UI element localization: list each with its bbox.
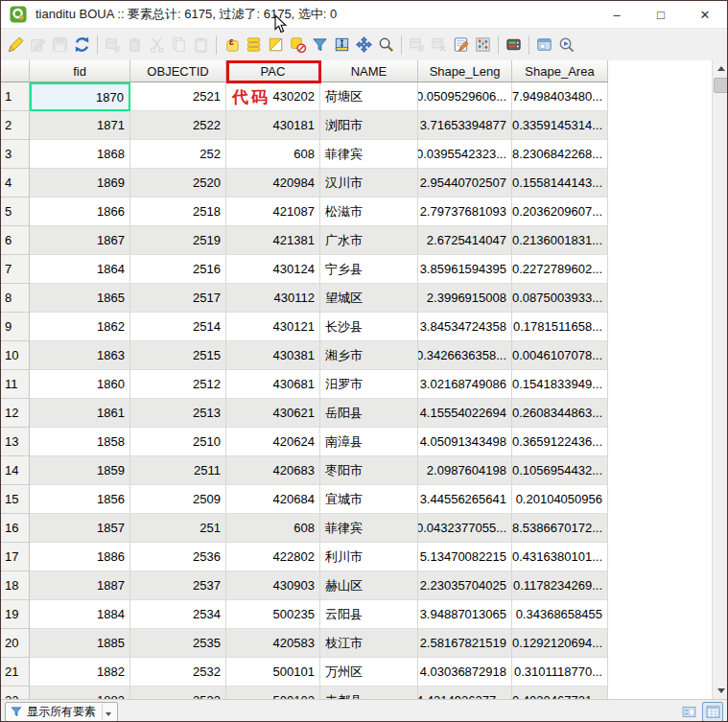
cell-shape-leng[interactable]: 0.0432377055... (418, 514, 512, 543)
cell-name[interactable]: 菲律宾 (320, 140, 418, 169)
table-row[interactable]: 1218612513430621岳阳县4.155540226940.260834… (1, 399, 608, 428)
search-actions-button[interactable] (555, 33, 577, 58)
cell-objectid[interactable]: 2535 (130, 629, 226, 658)
table-row[interactable]: 1918842534500235云阳县3.948870130650.343686… (1, 600, 608, 629)
cell-shape-area[interactable]: 0.3101118770... (512, 658, 608, 687)
row-number[interactable]: 15 (1, 485, 30, 514)
cell-fid[interactable]: 1866 (30, 198, 130, 226)
row-number[interactable]: 1 (1, 82, 30, 111)
table-row[interactable]: 1318582510420624南漳县4.050913434980.365912… (1, 428, 608, 456)
cell-shape-leng[interactable]: 2.95440702507 (418, 169, 512, 198)
cell-name[interactable]: 宁乡县 (320, 255, 418, 284)
column-header-fid[interactable]: fid (30, 60, 130, 82)
cell-pac[interactable]: 430112 (226, 284, 320, 313)
cell-fid[interactable]: 1867 (30, 226, 130, 255)
cell-fid[interactable]: 1871 (30, 111, 130, 140)
row-number[interactable]: 16 (1, 514, 30, 543)
reload-table-button[interactable] (71, 33, 93, 58)
column-header-objectid[interactable]: OBJECTID (130, 60, 226, 82)
zoom-to-selection-button[interactable] (331, 33, 353, 58)
cell-objectid[interactable]: 2534 (130, 600, 226, 629)
cell-fid[interactable]: 1887 (30, 571, 130, 600)
new-field-button[interactable] (406, 33, 428, 58)
cell-shape-leng[interactable]: 2.0987604198 (418, 456, 512, 485)
zoom-map-button[interactable] (375, 33, 397, 58)
table-row[interactable]: 2018852535420583枝江市2.581678215190.129212… (1, 629, 608, 658)
cell-fid[interactable]: 1858 (30, 428, 130, 456)
cell-shape-leng[interactable]: 2.23035704025 (418, 571, 512, 600)
column-header-pac[interactable]: PAC (226, 60, 320, 82)
dock-table-button[interactable] (533, 33, 555, 58)
paste-button[interactable] (190, 33, 212, 58)
cell-objectid[interactable]: 2510 (130, 428, 226, 456)
row-number[interactable]: 14 (1, 456, 30, 485)
row-number[interactable]: 13 (1, 428, 30, 456)
cell-fid[interactable]: 1860 (30, 370, 130, 399)
cell-pac[interactable]: 500235 (226, 600, 320, 629)
cell-name[interactable]: 万州区 (320, 658, 418, 687)
field-calculator-button[interactable] (450, 33, 472, 58)
cell-pac[interactable]: 608 (226, 514, 320, 543)
scroll-up-button[interactable] (713, 60, 728, 77)
delete-field-button[interactable] (428, 33, 450, 58)
maximize-button[interactable]: □ (639, 1, 683, 28)
cell-shape-leng[interactable]: 4.4314936377... (418, 687, 512, 699)
cell-objectid[interactable]: 2522 (130, 111, 226, 140)
save-edits-button[interactable] (49, 33, 71, 58)
cell-shape-area[interactable]: 0.4030467731... (512, 687, 608, 699)
cell-shape-leng[interactable]: 2.79737681093 (418, 198, 512, 226)
cell-name[interactable]: 湘乡市 (320, 341, 418, 370)
cell-name[interactable]: 利川市 (320, 543, 418, 571)
cell-pac[interactable]: 430202 (226, 82, 320, 111)
cell-shape-area[interactable]: 0.4316380101... (512, 543, 608, 571)
cell-pac[interactable]: 430181 (226, 111, 320, 140)
cell-objectid[interactable]: 2532 (130, 658, 226, 687)
cell-name[interactable]: 长沙县 (320, 313, 418, 341)
cell-pac[interactable]: 500101 (226, 658, 320, 687)
cell-shape-leng[interactable]: 3.84534724358 (418, 313, 512, 341)
cell-shape-leng[interactable]: 4.05091343498 (418, 428, 512, 456)
cell-objectid[interactable]: 2536 (130, 543, 226, 571)
scrollbar-thumb[interactable] (714, 78, 728, 93)
cell-pac[interactable]: 430621 (226, 399, 320, 428)
cell-objectid[interactable]: 2521 (130, 82, 226, 111)
filter-dropdown-arrow[interactable] (102, 704, 113, 720)
table-row[interactable]: 118702521430202荷塘区0.0509529606...7.94984… (1, 82, 608, 111)
cell-objectid[interactable]: 2518 (130, 198, 226, 226)
cell-pac[interactable]: 430381 (226, 341, 320, 370)
multi-edit-panel-button[interactable] (503, 33, 525, 58)
cell-name[interactable]: 菲律宾 (320, 514, 418, 543)
multi-edit-button[interactable] (27, 33, 49, 58)
row-number[interactable]: 5 (1, 198, 30, 226)
cell-shape-area[interactable]: 0.3659122436... (512, 428, 608, 456)
cell-objectid[interactable]: 2512 (130, 370, 226, 399)
table-view-button[interactable] (702, 702, 723, 722)
cell-fid[interactable]: 1864 (30, 255, 130, 284)
cell-objectid[interactable]: 2511 (130, 456, 226, 485)
row-number[interactable]: 7 (1, 255, 30, 284)
cell-shape-area[interactable]: 0.2036209607... (512, 198, 608, 226)
table-row[interactable]: 1018632515430381湘乡市0.3426636358...0.0046… (1, 341, 608, 370)
table-row[interactable]: 1118602512430681汨罗市3.021687490860.154183… (1, 370, 608, 399)
cell-pac[interactable]: 420684 (226, 485, 320, 514)
cell-shape-area[interactable]: 0.2272789602... (512, 255, 608, 284)
cell-fid[interactable]: 1859 (30, 456, 130, 485)
cell-shape-leng[interactable]: 3.71653394877 (418, 111, 512, 140)
cell-shape-area[interactable]: 0.0875003933... (512, 284, 608, 313)
scroll-down-button[interactable] (713, 683, 728, 699)
cell-objectid[interactable]: 2516 (130, 255, 226, 284)
cell-shape-leng[interactable]: 0.3426636358... (418, 341, 512, 370)
cell-name[interactable]: 望城区 (320, 284, 418, 313)
row-number[interactable]: 4 (1, 169, 30, 198)
cell-shape-area[interactable]: 0.3359145314... (512, 111, 608, 140)
vertical-scrollbar[interactable] (712, 60, 728, 699)
table-row[interactable]: 2118822532500101万州区4.030368729180.310111… (1, 658, 608, 687)
conditional-formatting-button[interactable] (472, 33, 494, 58)
cell-fid[interactable]: 1885 (30, 629, 130, 658)
cell-name[interactable]: 南漳县 (320, 428, 418, 456)
cell-pac[interactable]: 421381 (226, 226, 320, 255)
cell-pac[interactable]: 422802 (226, 543, 320, 571)
cell-name[interactable]: 枣阳市 (320, 456, 418, 485)
cell-shape-leng[interactable]: 4.03036872918 (418, 658, 512, 687)
cell-name[interactable]: 汉川市 (320, 169, 418, 198)
